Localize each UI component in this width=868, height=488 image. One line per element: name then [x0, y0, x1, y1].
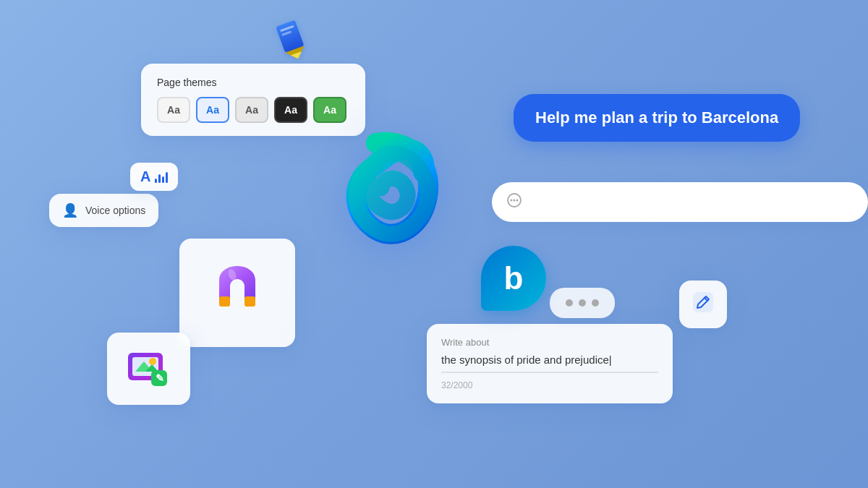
edit-pen-icon	[692, 291, 715, 319]
write-content-text: the synopsis of pride and prejudice	[441, 354, 609, 366]
voice-options-label: Voice options	[85, 205, 145, 216]
typing-indicator-bubble	[550, 288, 615, 318]
font-a-icon: A	[140, 168, 150, 185]
write-about-label: Write about	[441, 337, 658, 348]
svg-text:✎: ✎	[156, 372, 164, 384]
chat-circle-icon	[506, 192, 522, 212]
magnet-app-card[interactable]	[179, 239, 295, 347]
write-about-content: the synopsis of pride and prejudice	[441, 354, 658, 373]
search-bar[interactable]	[492, 182, 868, 222]
page-themes-title: Page themes	[157, 77, 349, 88]
sound-waves-icon	[155, 171, 168, 183]
svg-rect-20	[693, 292, 713, 312]
wave-1	[155, 179, 157, 183]
barcelona-chat-bubble: Help me plan a trip to Barcelona	[514, 94, 800, 142]
wave-4	[166, 172, 168, 183]
svg-rect-6	[219, 296, 230, 307]
svg-point-17	[511, 200, 513, 202]
edit-icon-card[interactable]	[679, 281, 727, 328]
typing-dot-1	[566, 299, 573, 307]
svg-point-13	[149, 358, 156, 365]
typing-dot-3	[592, 299, 599, 307]
search-input[interactable]	[531, 195, 854, 210]
copilot-logo	[304, 121, 448, 269]
write-about-card: Write about the synopsis of pride and pr…	[427, 324, 673, 403]
theme-btn-light[interactable]: Aa	[157, 97, 190, 123]
theme-btn-gray[interactable]: Aa	[235, 97, 268, 123]
theme-btn-light-blue[interactable]: Aa	[196, 97, 229, 123]
voice-options-card[interactable]: 👤 Voice options	[49, 194, 158, 227]
svg-rect-7	[244, 296, 255, 307]
bing-logo-bubble: b	[481, 246, 546, 311]
svg-point-18	[514, 200, 516, 202]
font-sound-badge: A	[130, 163, 178, 191]
theme-buttons-container: Aa Aa Aa Aa Aa	[157, 97, 349, 123]
magnet-icon	[205, 259, 270, 327]
image-editor-card[interactable]: ✎	[107, 333, 190, 405]
theme-btn-green[interactable]: Aa	[313, 97, 346, 123]
character-counter: 32/2000	[441, 380, 658, 390]
wave-2	[158, 174, 161, 183]
microphone-icon: 👤	[62, 202, 78, 218]
wave-3	[162, 176, 164, 183]
svg-point-19	[516, 200, 519, 202]
text-cursor	[609, 354, 612, 366]
typing-dot-2	[579, 299, 586, 307]
image-editor-icon: ✎	[125, 344, 172, 394]
bing-b-icon: b	[504, 260, 524, 296]
barcelona-text: Help me plan a trip to Barcelona	[535, 108, 778, 127]
theme-btn-dark[interactable]: Aa	[274, 97, 307, 123]
